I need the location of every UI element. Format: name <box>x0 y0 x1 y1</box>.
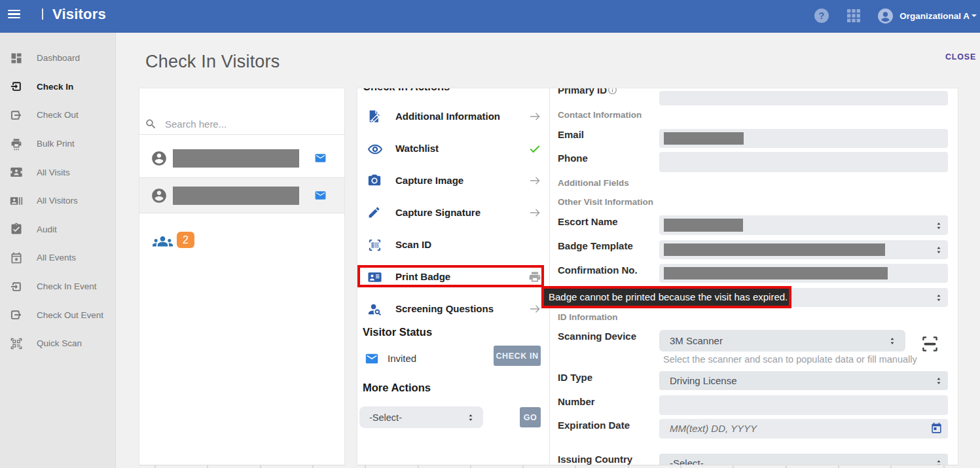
confirmation-no-input[interactable] <box>659 264 948 283</box>
title-divider <box>42 9 43 20</box>
sidebar-item-check-in[interactable]: Check In <box>0 73 115 101</box>
action-label: Scan ID <box>395 239 431 250</box>
org-selector[interactable]: Organizational A <box>899 11 970 21</box>
search-icon <box>145 118 157 130</box>
sidebar-item-check-out-event[interactable]: Check Out Event <box>0 300 115 329</box>
field-label-number: Number <box>558 396 595 407</box>
sidebar-item-all-visitors[interactable]: All Visitors <box>0 187 115 215</box>
id-type-select[interactable]: Driving License <box>659 371 948 390</box>
number-input[interactable] <box>659 395 948 415</box>
more-actions-select[interactable]: -Select- <box>359 406 483 428</box>
action-additional-information[interactable]: Additional Information <box>357 100 549 132</box>
sidebar-item-check-out[interactable]: Check Out <box>0 101 115 130</box>
unfold-icon <box>466 413 475 422</box>
action-label: Capture Image <box>395 175 463 186</box>
avatar-icon[interactable] <box>877 8 894 24</box>
barcode-scan-icon <box>367 238 382 253</box>
arrow-right-icon <box>528 110 541 123</box>
phone-input[interactable] <box>659 152 948 172</box>
visitor-row-selected[interactable] <box>139 177 344 213</box>
logout-icon <box>10 109 23 122</box>
bottom-tick <box>418 465 419 468</box>
help-icon[interactable]: ? <box>814 8 829 24</box>
badge-template-select[interactable] <box>659 240 948 259</box>
bottom-tick <box>786 465 787 468</box>
sidebar-item-all-visits[interactable]: All Visits <box>0 158 115 187</box>
bottom-tick <box>312 465 314 468</box>
actions-heading: Check In Actions <box>363 88 450 93</box>
checkin-detail-panel: Check In Actions Additional Information … <box>357 88 958 465</box>
sidebar-item-label: Quick Scan <box>37 338 82 348</box>
field-label-scanning-device: Scanning Device <box>558 331 636 342</box>
action-capture-signature[interactable]: Capture Signature <box>357 196 549 228</box>
more-actions-select-value: -Select- <box>369 412 402 423</box>
field-label-badge-template: Badge Template <box>558 240 633 251</box>
unfold-icon <box>934 221 943 230</box>
document-edit-icon <box>367 109 382 124</box>
sidebar-item-dashboard[interactable]: Dashboard <box>0 44 115 73</box>
close-button[interactable]: CLOSE <box>945 52 976 62</box>
visitor-row[interactable] <box>139 139 344 177</box>
sidebar-item-label: Check In <box>37 82 73 92</box>
action-capture-image[interactable]: Capture Image <box>357 164 549 196</box>
sidebar-item-bulk-print[interactable]: Bulk Print <box>0 130 115 158</box>
printer-icon <box>528 270 541 283</box>
field-label-issuing-country: Issuing Country <box>558 454 632 465</box>
calendar-icon[interactable] <box>930 422 943 435</box>
search-input[interactable]: Search here... <box>139 88 344 135</box>
scanning-device-select[interactable]: 3M Scanner <box>659 330 905 351</box>
sidebar-item-label: Check Out <box>37 110 79 120</box>
sidebar-item-label: All Events <box>37 253 76 262</box>
arrow-right-icon <box>528 206 541 219</box>
action-label: Watchlist <box>395 143 439 154</box>
sidebar: Dashboard Check In Check Out Bulk Print … <box>0 33 116 468</box>
scan-capture-icon[interactable] <box>921 335 939 353</box>
dashboard-icon <box>10 52 23 65</box>
action-scan-id[interactable]: Scan ID <box>357 228 549 261</box>
group-count-badge: 2 <box>177 232 194 248</box>
bottom-tick <box>838 465 839 468</box>
unfold-icon <box>934 376 943 386</box>
unfold-icon <box>934 459 943 465</box>
action-print-badge[interactable]: Print Badge <box>357 261 549 293</box>
sidebar-item-all-events[interactable]: All Events <box>0 243 115 272</box>
escort-name-select[interactable] <box>659 215 948 235</box>
escort-name-redacted <box>664 219 743 232</box>
sidebar-item-check-in-event[interactable]: Check In Event <box>0 272 115 301</box>
menu-icon[interactable] <box>8 10 20 18</box>
visitor-list-panel: Search here... 2 <box>139 88 345 465</box>
group-icon[interactable] <box>153 234 173 250</box>
qr-scan-icon <box>10 337 23 350</box>
panel-divider <box>549 88 550 465</box>
visitor-status-heading: Visitor Status <box>363 326 432 338</box>
primary-id-input[interactable] <box>659 91 948 105</box>
confirmation-no-redacted <box>664 267 888 279</box>
email-input[interactable] <box>659 129 948 148</box>
eye-icon <box>367 141 383 157</box>
sidebar-item-audit[interactable]: Audit <box>0 215 115 244</box>
action-screening-questions[interactable]: Screening Questions <box>357 293 549 325</box>
action-watchlist[interactable]: Watchlist <box>357 132 549 164</box>
visitor-name-redacted <box>173 149 299 168</box>
sidebar-item-quick-scan[interactable]: Quick Scan <box>0 329 115 358</box>
bottom-tick <box>890 465 892 468</box>
action-label: Capture Signature <box>395 207 481 218</box>
expiration-date-input[interactable]: MM(text) DD, YYYY <box>659 419 948 439</box>
scanning-device-hint: Select the scanner and scan to populate … <box>663 354 917 365</box>
visitor-avatar-icon <box>151 150 168 167</box>
issuing-country-select[interactable]: -Select- <box>659 454 948 465</box>
sidebar-item-label: Audit <box>37 225 57 234</box>
camera-icon <box>367 173 382 188</box>
mail-icon <box>365 351 379 366</box>
check-in-button[interactable]: CHECK IN <box>494 346 541 366</box>
email-redacted <box>664 132 744 145</box>
section-id-information: ID Information <box>558 312 618 322</box>
sidebar-item-label: All Visits <box>37 168 70 177</box>
search-placeholder: Search here... <box>165 118 227 130</box>
badge-id-icon <box>367 270 382 285</box>
bottom-tick <box>628 465 629 468</box>
go-button[interactable]: GO <box>520 407 541 427</box>
unfold-icon <box>934 245 943 255</box>
sidebar-item-label: Dashboard <box>37 53 80 63</box>
apps-grid-icon[interactable] <box>846 8 862 24</box>
